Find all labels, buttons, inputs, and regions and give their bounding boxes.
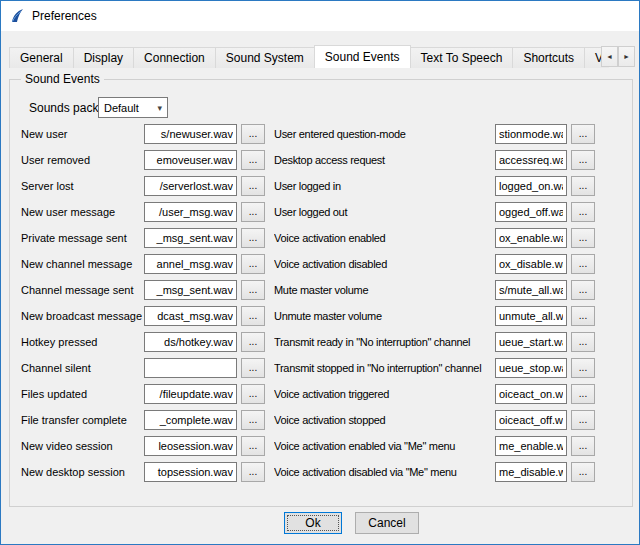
browse-button[interactable]: ... bbox=[571, 332, 595, 352]
groupbox-title: Sound Events bbox=[21, 72, 104, 86]
sound-event-row: Voice activation enabled via "Me" menu..… bbox=[274, 436, 595, 456]
tab-shortcuts[interactable]: Shortcuts bbox=[512, 47, 585, 68]
sound-event-row: Transmit ready in "No interruption" chan… bbox=[274, 332, 595, 352]
sound-file-input[interactable] bbox=[495, 176, 567, 196]
sound-file-input[interactable] bbox=[144, 176, 237, 196]
sound-file-input[interactable] bbox=[495, 228, 567, 248]
sound-event-label: Server lost bbox=[21, 180, 144, 192]
sound-event-label: New user message bbox=[21, 206, 144, 218]
tab-connection[interactable]: Connection bbox=[133, 47, 216, 68]
sound-file-input[interactable] bbox=[144, 150, 237, 170]
sound-file-input[interactable] bbox=[144, 410, 237, 430]
sound-event-row: User logged in... bbox=[274, 176, 595, 196]
sound-file-input[interactable] bbox=[495, 254, 567, 274]
sound-file-input[interactable] bbox=[495, 462, 567, 482]
browse-button[interactable]: ... bbox=[571, 410, 595, 430]
browse-button[interactable]: ... bbox=[571, 358, 595, 378]
sound-event-label: User entered question-mode bbox=[274, 128, 495, 140]
sound-event-row: Hotkey pressed... bbox=[21, 332, 265, 352]
browse-button[interactable]: ... bbox=[571, 254, 595, 274]
sound-event-row: Voice activation disabled... bbox=[274, 254, 595, 274]
sounds-pack-value: Default bbox=[104, 102, 139, 114]
browse-button[interactable]: ... bbox=[241, 176, 265, 196]
sound-file-input[interactable] bbox=[144, 280, 237, 300]
sound-event-row: New user... bbox=[21, 124, 265, 144]
sound-event-row: Server lost... bbox=[21, 176, 265, 196]
browse-button[interactable]: ... bbox=[241, 410, 265, 430]
sound-event-label: Voice activation stopped bbox=[274, 414, 495, 426]
sound-event-label: Files updated bbox=[21, 388, 144, 400]
tab-sound-events[interactable]: Sound Events bbox=[314, 45, 411, 68]
sound-event-row: Voice activation triggered... bbox=[274, 384, 595, 404]
tab-sound-system[interactable]: Sound System bbox=[215, 47, 315, 68]
sound-event-label: User logged in bbox=[274, 180, 495, 192]
sound-file-input[interactable] bbox=[495, 150, 567, 170]
browse-button[interactable]: ... bbox=[571, 228, 595, 248]
browse-button[interactable]: ... bbox=[571, 384, 595, 404]
sound-file-input[interactable] bbox=[495, 280, 567, 300]
sound-file-input[interactable] bbox=[144, 228, 237, 248]
sound-event-label: Voice activation disabled via "Me" menu bbox=[274, 466, 495, 478]
browse-button[interactable]: ... bbox=[571, 306, 595, 326]
sound-file-input[interactable] bbox=[495, 124, 567, 144]
browse-button[interactable]: ... bbox=[241, 384, 265, 404]
sound-file-input[interactable] bbox=[144, 358, 237, 378]
app-icon bbox=[9, 8, 25, 24]
preferences-dialog: Preferences GeneralDisplayConnectionSoun… bbox=[0, 0, 640, 545]
sound-file-input[interactable] bbox=[144, 254, 237, 274]
sound-file-input[interactable] bbox=[144, 332, 237, 352]
sound-event-row: Voice activation disabled via "Me" menu.… bbox=[274, 462, 595, 482]
browse-button[interactable]: ... bbox=[571, 436, 595, 456]
browse-button[interactable]: ... bbox=[241, 150, 265, 170]
sound-file-input[interactable] bbox=[495, 384, 567, 404]
title-bar: Preferences bbox=[1, 1, 639, 31]
browse-button[interactable]: ... bbox=[241, 306, 265, 326]
sound-event-row: Mute master volume... bbox=[274, 280, 595, 300]
sound-file-input[interactable] bbox=[144, 306, 237, 326]
tab-scroll-left-button[interactable]: ◄ bbox=[601, 46, 618, 67]
browse-button[interactable]: ... bbox=[241, 228, 265, 248]
sound-file-input[interactable] bbox=[495, 202, 567, 222]
tab-general[interactable]: General bbox=[9, 47, 74, 68]
browse-button[interactable]: ... bbox=[241, 280, 265, 300]
browse-button[interactable]: ... bbox=[571, 462, 595, 482]
sound-event-label: Unmute master volume bbox=[274, 310, 495, 322]
sounds-pack-label: Sounds pack bbox=[29, 101, 98, 115]
browse-button[interactable]: ... bbox=[571, 150, 595, 170]
sound-events-left-column: New user...User removed...Server lost...… bbox=[21, 124, 265, 488]
sound-event-label: Private message sent bbox=[21, 232, 144, 244]
sound-file-input[interactable] bbox=[495, 358, 567, 378]
sound-event-label: New channel message bbox=[21, 258, 144, 270]
sound-file-input[interactable] bbox=[495, 436, 567, 456]
sound-events-right-column: User entered question-mode...Desktop acc… bbox=[274, 124, 595, 488]
sound-file-input[interactable] bbox=[144, 462, 237, 482]
sound-file-input[interactable] bbox=[495, 410, 567, 430]
tab-text-to-speech[interactable]: Text To Speech bbox=[410, 47, 514, 68]
browse-button[interactable]: ... bbox=[571, 280, 595, 300]
cancel-button[interactable]: Cancel bbox=[355, 512, 419, 534]
tab-display[interactable]: Display bbox=[73, 47, 134, 68]
browse-button[interactable]: ... bbox=[241, 462, 265, 482]
browse-button[interactable]: ... bbox=[571, 124, 595, 144]
browse-button[interactable]: ... bbox=[241, 332, 265, 352]
sound-event-row: Unmute master volume... bbox=[274, 306, 595, 326]
sound-event-label: Channel message sent bbox=[21, 284, 144, 296]
browse-button[interactable]: ... bbox=[571, 202, 595, 222]
browse-button[interactable]: ... bbox=[241, 124, 265, 144]
browse-button[interactable]: ... bbox=[241, 202, 265, 222]
browse-button[interactable]: ... bbox=[571, 176, 595, 196]
sound-event-label: New video session bbox=[21, 440, 144, 452]
sounds-pack-select[interactable]: Default ▾ bbox=[98, 97, 168, 118]
sound-file-input[interactable] bbox=[144, 124, 237, 144]
sound-file-input[interactable] bbox=[495, 306, 567, 326]
sound-event-label: User logged out bbox=[274, 206, 495, 218]
tab-scroll-right-button[interactable]: ► bbox=[618, 46, 635, 67]
browse-button[interactable]: ... bbox=[241, 254, 265, 274]
sound-file-input[interactable] bbox=[144, 436, 237, 456]
ok-button[interactable]: Ok bbox=[284, 512, 342, 534]
sound-file-input[interactable] bbox=[144, 202, 237, 222]
browse-button[interactable]: ... bbox=[241, 358, 265, 378]
sound-file-input[interactable] bbox=[144, 384, 237, 404]
browse-button[interactable]: ... bbox=[241, 436, 265, 456]
sound-file-input[interactable] bbox=[495, 332, 567, 352]
